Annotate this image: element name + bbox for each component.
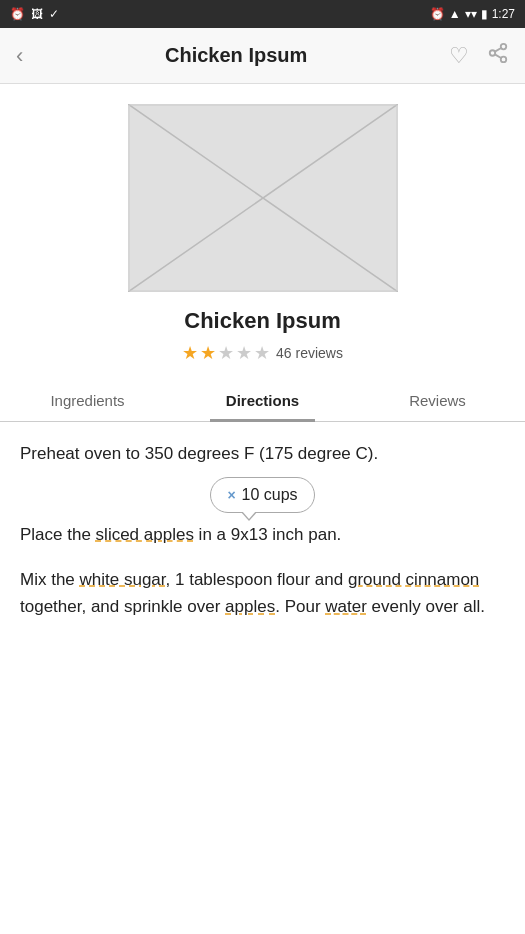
nav-bar: ‹ Chicken Ipsum ♡ bbox=[0, 28, 525, 84]
rating-row: ★ ★ ★ ★ ★ 46 reviews bbox=[0, 342, 525, 364]
status-bar: ⏰ 🖼 ✓ ⏰ ▲ ▾▾ ▮ 1:27 bbox=[0, 0, 525, 28]
nav-actions: ♡ bbox=[449, 42, 509, 69]
star-3: ★ bbox=[218, 342, 234, 364]
star-rating: ★ ★ ★ ★ ★ bbox=[182, 342, 270, 364]
tab-directions[interactable]: Directions bbox=[175, 380, 350, 421]
back-button[interactable]: ‹ bbox=[16, 43, 23, 69]
clock-icon: ⏰ bbox=[10, 7, 25, 21]
star-2: ★ bbox=[200, 342, 216, 364]
ground-cinnamon-link[interactable]: ground cinnamon bbox=[348, 570, 479, 589]
review-count: 46 reviews bbox=[276, 345, 343, 361]
star-1: ★ bbox=[182, 342, 198, 364]
directions-paragraph-1: Preheat oven to 350 degrees F (175 degre… bbox=[20, 440, 505, 467]
tooltip-close[interactable]: × bbox=[227, 484, 235, 506]
directions-paragraph-2: Place the sliced apples in a 9x13 inch p… bbox=[20, 521, 505, 548]
apples-link[interactable]: apples bbox=[225, 597, 275, 616]
tab-ingredients[interactable]: Ingredients bbox=[0, 380, 175, 421]
sliced-apples-link[interactable]: sliced apples bbox=[96, 525, 194, 544]
status-left-icons: ⏰ 🖼 ✓ bbox=[10, 7, 59, 21]
tooltip-text: 10 cups bbox=[242, 482, 298, 508]
tab-reviews[interactable]: Reviews bbox=[350, 380, 525, 421]
time-display: 1:27 bbox=[492, 7, 515, 21]
share-button[interactable] bbox=[487, 42, 509, 69]
svg-rect-8 bbox=[129, 105, 397, 291]
svg-line-6 bbox=[128, 104, 398, 292]
status-right-icons: ⏰ ▲ ▾▾ ▮ 1:27 bbox=[430, 7, 515, 21]
page-title: Chicken Ipsum bbox=[165, 44, 307, 67]
water-link[interactable]: water bbox=[325, 597, 367, 616]
svg-line-4 bbox=[495, 48, 501, 52]
signal-icon: ▲ bbox=[449, 7, 461, 21]
tooltip-container: × 10 cups bbox=[20, 477, 505, 513]
svg-line-7 bbox=[128, 104, 398, 292]
battery-icon: ▮ bbox=[481, 7, 488, 21]
favorite-button[interactable]: ♡ bbox=[449, 43, 469, 69]
recipe-title: Chicken Ipsum bbox=[0, 308, 525, 334]
wifi-icon: ▾▾ bbox=[465, 7, 477, 21]
star-5: ★ bbox=[254, 342, 270, 364]
directions-content: Preheat oven to 350 degrees F (175 degre… bbox=[0, 422, 525, 638]
image-icon: 🖼 bbox=[31, 7, 43, 21]
white-sugar-link[interactable]: white sugar bbox=[80, 570, 166, 589]
recipe-image bbox=[128, 104, 398, 292]
star-4: ★ bbox=[236, 342, 252, 364]
tabs-bar: Ingredients Directions Reviews bbox=[0, 380, 525, 422]
tooltip-badge[interactable]: × 10 cups bbox=[210, 477, 314, 513]
alarm-icon: ⏰ bbox=[430, 7, 445, 21]
svg-line-3 bbox=[495, 54, 501, 58]
directions-paragraph-3: Mix the white sugar, 1 tablespoon flour … bbox=[20, 566, 505, 620]
svg-rect-5 bbox=[128, 104, 398, 292]
check-icon: ✓ bbox=[49, 7, 59, 21]
